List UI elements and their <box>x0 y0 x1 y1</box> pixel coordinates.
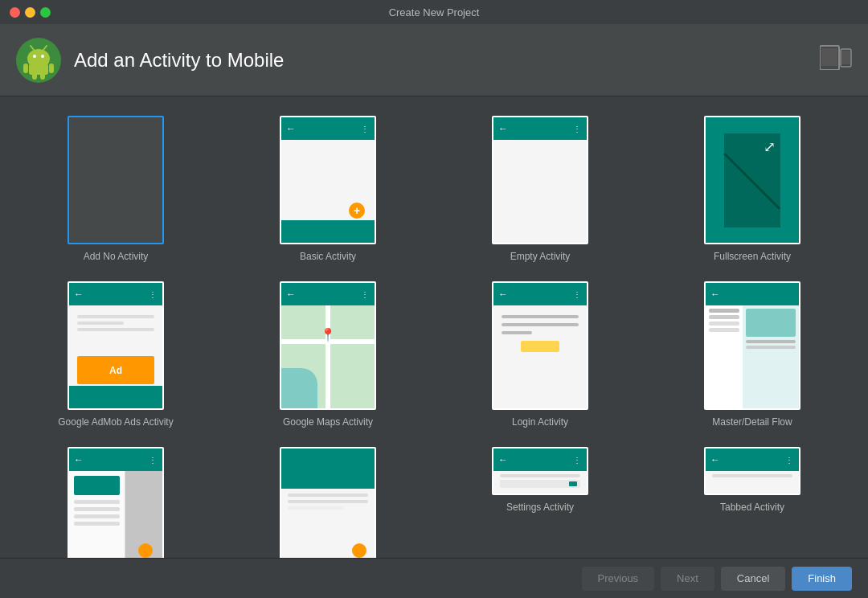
activity-item-no-activity[interactable]: Add No Activity <box>13 109 219 268</box>
maximize-button[interactable] <box>40 7 51 18</box>
menu-dots-icon: ⋮ <box>573 456 582 465</box>
back-arrow-icon: ← <box>286 289 296 300</box>
menu-dots-icon: ⋮ <box>573 290 582 299</box>
activity-item-empty[interactable]: ← ⋮ Empty Activity <box>437 109 643 268</box>
activity-label-no-activity: Add No Activity <box>84 251 149 262</box>
activity-thumbnail-admob: ← ⋮ Ad <box>68 281 164 410</box>
activity-item-admob[interactable]: ← ⋮ Ad Google AdMob Ads Activity <box>13 275 219 434</box>
device-icon <box>820 44 852 76</box>
svg-rect-10 <box>40 73 45 80</box>
svg-rect-6 <box>29 63 48 75</box>
main-content: Add No Activity ← ⋮ + Basic Activity <box>0 96 868 558</box>
activity-item-settings[interactable]: ← ⋮ Settings Activity <box>437 440 643 558</box>
activity-thumbnail-empty: ← ⋮ <box>492 116 588 244</box>
menu-dots-icon: ⋮ <box>361 125 370 133</box>
window-title: Create New Project <box>389 6 480 18</box>
activity-grid-area[interactable]: Add No Activity ← ⋮ + Basic Activity <box>0 96 868 558</box>
activity-label-admob: Google AdMob Ads Activity <box>58 416 173 428</box>
activity-grid: Add No Activity ← ⋮ + Basic Activity <box>13 109 855 558</box>
android-logo-icon <box>16 38 61 83</box>
activity-thumbnail-fullscreen: ⤢ <box>704 116 800 244</box>
activity-thumbnail-login: ← ⋮ <box>492 281 588 410</box>
menu-dots-icon: ⋮ <box>573 125 582 133</box>
svg-point-2 <box>33 55 36 58</box>
back-arrow-icon: ← <box>710 289 720 300</box>
menu-dots-icon: ⋮ <box>361 290 370 299</box>
activity-label-basic: Basic Activity <box>300 251 356 262</box>
back-arrow-icon: ← <box>74 454 84 465</box>
activity-item-basic[interactable]: ← ⋮ + Basic Activity <box>225 109 431 268</box>
back-arrow-icon: ← <box>710 454 720 465</box>
svg-rect-14 <box>841 51 850 64</box>
activity-item-masterdetail[interactable]: ← <box>649 275 855 434</box>
back-arrow-icon: ← <box>286 123 296 134</box>
menu-dots-icon: ⋮ <box>149 456 158 465</box>
svg-rect-9 <box>32 73 37 80</box>
dialog-footer: Previous Next Cancel Finish <box>0 558 868 598</box>
activity-thumbnail-masterdetail: ← <box>704 281 800 410</box>
activity-thumbnail-scrolling <box>280 447 376 558</box>
svg-rect-7 <box>23 63 28 73</box>
activity-item-navdrawer[interactable]: ← ⋮ Navigation Dra <box>13 440 219 558</box>
activity-label-login: Login Activity <box>512 416 568 428</box>
menu-dots-icon: ⋮ <box>785 456 794 465</box>
activity-thumbnail-tabbed: ← ⋮ <box>704 447 800 495</box>
close-button[interactable] <box>10 7 20 18</box>
ad-banner: Ad <box>77 356 154 384</box>
activity-label-masterdetail: Master/Detail Flow <box>712 416 792 428</box>
expand-icon: ⤢ <box>764 138 776 156</box>
menu-dots-icon: ⋮ <box>149 290 158 299</box>
activity-item-login[interactable]: ← ⋮ Login Activity <box>437 275 643 434</box>
activity-label-fullscreen: Fullscreen Activity <box>714 251 791 262</box>
activity-label-settings: Settings Activity <box>506 502 574 513</box>
previous-button[interactable]: Previous <box>582 567 655 591</box>
titlebar: Create New Project <box>0 0 868 24</box>
activity-label-maps: Google Maps Activity <box>283 416 373 428</box>
activity-thumbnail-settings: ← ⋮ <box>492 447 588 495</box>
svg-rect-12 <box>821 48 837 66</box>
activity-thumbnail-maps: ← ⋮ 📍 <box>280 281 376 410</box>
activity-label-tabbed: Tabbed Activity <box>720 502 784 513</box>
back-arrow-icon: ← <box>498 289 508 300</box>
activity-item-tabbed[interactable]: ← ⋮ Tabbed Activity <box>649 440 855 558</box>
cancel-button[interactable]: Cancel <box>721 567 785 591</box>
dialog-header: Add an Activity to Mobile <box>0 24 868 96</box>
back-arrow-icon: ← <box>498 454 508 465</box>
svg-rect-8 <box>49 63 54 73</box>
window-controls <box>10 7 51 18</box>
activity-thumbnail-no-activity <box>68 116 164 244</box>
page-title: Add an Activity to Mobile <box>74 49 284 72</box>
activity-thumbnail-navdrawer: ← ⋮ <box>68 447 164 558</box>
activity-item-maps[interactable]: ← ⋮ 📍 Google Maps Activity <box>225 275 431 434</box>
activity-label-empty: Empty Activity <box>510 251 571 262</box>
fab-icon: + <box>349 203 365 219</box>
minimize-button[interactable] <box>25 7 35 18</box>
back-arrow-icon: ← <box>74 289 84 300</box>
back-arrow-icon: ← <box>498 123 508 134</box>
activity-thumbnail-basic: ← ⋮ + <box>280 116 376 244</box>
activity-item-fullscreen[interactable]: ⤢ Fullscreen Activity <box>649 109 855 268</box>
next-button[interactable]: Next <box>661 567 714 591</box>
activity-item-scrolling[interactable]: Scrolling Activity <box>225 440 431 558</box>
finish-button[interactable]: Finish <box>792 567 852 591</box>
map-pin-icon: 📍 <box>320 327 336 342</box>
svg-point-3 <box>41 55 44 58</box>
